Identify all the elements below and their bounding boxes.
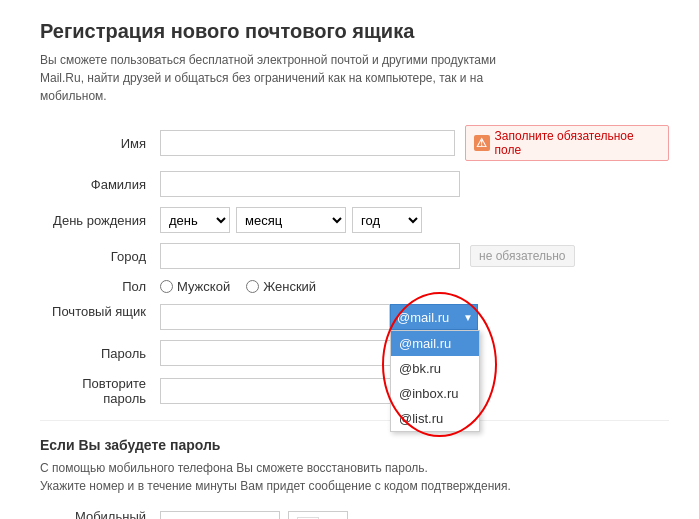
domain-selected-display[interactable]: @mail.ru ▼ <box>390 304 478 330</box>
birthday-label: День рождения <box>40 213 160 228</box>
city-label: Город <box>40 249 160 264</box>
page-title: Регистрация нового почтового ящика <box>40 20 669 43</box>
domain-selected-text: @mail.ru <box>397 310 449 325</box>
domain-option-bkru[interactable]: @bk.ru <box>391 356 479 381</box>
email-input[interactable] <box>160 304 390 330</box>
phone-prefix-box: +7 <box>288 511 348 519</box>
mobile-row: Мобильный телефон Россия +7 <box>40 509 669 519</box>
page-subtitle: Вы сможете пользоваться бесплатной элект… <box>40 51 520 105</box>
name-label: Имя <box>40 136 160 151</box>
password-label: Пароль <box>40 346 160 361</box>
domain-chevron-icon: ▼ <box>463 312 473 323</box>
domain-option-inboxru[interactable]: @inbox.ru <box>391 381 479 406</box>
error-icon: ⚠ <box>474 135 490 151</box>
forgot-password-text: С помощью мобильного телефона Вы сможете… <box>40 459 520 495</box>
gender-male-option[interactable]: Мужской <box>160 279 230 294</box>
forgot-password-heading: Если Вы забудете пароль <box>40 437 669 453</box>
gender-female-label: Женский <box>263 279 316 294</box>
email-row: Почтовый ящик @mail.ru ▼ @mail.ru @bk.ru… <box>40 304 669 330</box>
city-optional-hint: не обязательно <box>470 245 575 267</box>
domain-option-mailru[interactable]: @mail.ru <box>391 331 479 356</box>
name-input[interactable] <box>160 130 455 156</box>
birthday-month-select[interactable]: месяц <box>236 207 346 233</box>
gender-female-radio[interactable] <box>246 280 259 293</box>
birthday-day-select[interactable]: день <box>160 207 230 233</box>
gender-male-label: Мужской <box>177 279 230 294</box>
gender-female-option[interactable]: Женский <box>246 279 316 294</box>
city-input[interactable] <box>160 243 460 269</box>
gender-row: Пол Мужской Женский <box>40 279 669 294</box>
email-label: Почтовый ящик <box>40 304 160 319</box>
domain-option-listru[interactable]: @list.ru <box>391 406 479 431</box>
error-text: Заполните обязательное поле <box>495 129 660 157</box>
birthday-row: День рождения день месяц год <box>40 207 669 233</box>
surname-label: Фамилия <box>40 177 160 192</box>
city-row: Город не обязательно <box>40 243 669 269</box>
email-input-group: @mail.ru ▼ @mail.ru @bk.ru @inbox.ru @li… <box>160 304 478 330</box>
gender-male-radio[interactable] <box>160 280 173 293</box>
mobile-label: Мобильный телефон <box>40 509 160 519</box>
country-select[interactable]: Россия <box>160 511 280 519</box>
confirm-password-row: Повторите пароль <box>40 376 669 406</box>
domain-select-wrapper: @mail.ru ▼ @mail.ru @bk.ru @inbox.ru @li… <box>390 304 478 330</box>
password-row: Пароль <box>40 340 669 366</box>
registration-page: Регистрация нового почтового ящика Вы см… <box>0 0 699 519</box>
gender-label: Пол <box>40 279 160 294</box>
section-divider <box>40 420 669 421</box>
name-error: ⚠ Заполните обязательное поле <box>465 125 669 161</box>
birthday-year-select[interactable]: год <box>352 207 422 233</box>
domain-dropdown: @mail.ru @bk.ru @inbox.ru @list.ru <box>390 330 480 432</box>
confirm-password-label: Повторите пароль <box>40 376 160 406</box>
surname-input[interactable] <box>160 171 460 197</box>
name-row: Имя ⚠ Заполните обязательное поле <box>40 125 669 161</box>
surname-row: Фамилия <box>40 171 669 197</box>
